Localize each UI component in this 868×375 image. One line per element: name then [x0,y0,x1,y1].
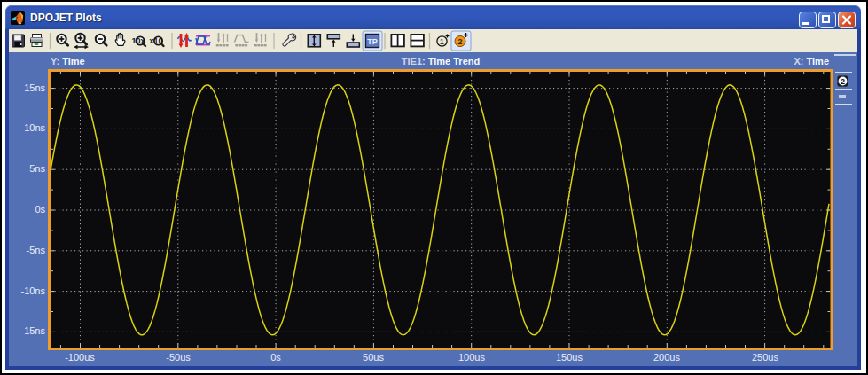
svg-text:2: 2 [457,36,462,46]
svg-text:1: 1 [440,36,444,46]
svg-text:TP: TP [367,37,378,46]
svg-text:10x: 10x [132,36,145,45]
svg-text:x10: x10 [150,36,163,45]
svg-text:2: 2 [841,77,845,86]
